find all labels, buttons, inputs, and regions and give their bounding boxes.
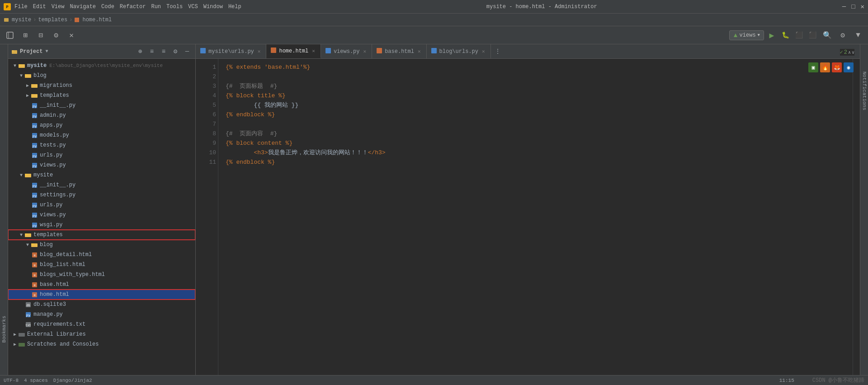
tab-urls-py[interactable]: mysite\urls.py ✕ [196, 44, 266, 58]
html-icon-base: H [31, 281, 38, 288]
tree-item-base-html[interactable]: ▶ H base.html [8, 280, 195, 290]
tree-item-views-mysite[interactable]: py views.py [8, 210, 195, 220]
tree-item-blog-templates[interactable]: ▼ blog [8, 240, 195, 250]
tree-item-scratches[interactable]: ▶ Scratches and Consoles [8, 339, 195, 349]
tree-item-views-blog[interactable]: py views.py [8, 160, 195, 170]
tab-home-html[interactable]: home.html ✕ [266, 44, 321, 58]
menu-file[interactable]: File [14, 4, 28, 10]
project-close-btn[interactable]: ─ [183, 47, 192, 56]
tree-item-blog-detail[interactable]: H blog_detail.html [8, 250, 195, 260]
menu-vcs[interactable]: VCS [188, 4, 198, 10]
corner-icon-1[interactable]: ▣ [808, 62, 818, 72]
tree-item-templates-blog[interactable]: ▶ templates [8, 90, 195, 100]
tree-item-manage-py[interactable]: ▶ py manage.py [8, 309, 195, 319]
tree-item-ext-libs[interactable]: ▶ External Libraries [8, 329, 195, 339]
py-icon-views-mysite: py [31, 211, 38, 219]
tab-base-html[interactable]: base.html ✕ [372, 44, 426, 58]
html-icon-blog-list: H [31, 261, 38, 268]
check-count: 2 [844, 49, 847, 56]
breadcrumb-templates[interactable]: templates [38, 17, 67, 23]
tab-close-base[interactable]: ✕ [417, 48, 422, 55]
svg-marker-6 [734, 33, 737, 37]
editor-corner-icons: ▣ 🔥 🦊 ◉ [808, 62, 854, 72]
menu-bar[interactable]: File Edit View Navigate Code Refactor Ru… [14, 4, 241, 10]
close-button[interactable]: ✕ [861, 3, 864, 10]
toolbar-more-icon[interactable]: ▼ [852, 29, 864, 42]
tree-label-blog-list: blog_list.html [40, 261, 85, 268]
toolbar-search-icon[interactable]: 🔍 [821, 29, 834, 42]
arrow-migrations: ▶ [24, 83, 31, 88]
tree-item-wsgi-mysite[interactable]: py wsgi.py [8, 220, 195, 230]
status-filetype: Django/Jinja2 [53, 378, 92, 383]
project-collapse-btn[interactable]: ≡ [147, 47, 156, 56]
tree-item-models-blog[interactable]: py models.py [8, 130, 195, 140]
tree-label-ext-libs: External Libraries [27, 331, 86, 337]
menu-navigate[interactable]: Navigate [70, 4, 96, 10]
minimize-button[interactable]: ─ [842, 3, 846, 10]
tree-item-blogs-with-type[interactable]: H blogs_with_type.html [8, 270, 195, 280]
corner-icon-4[interactable]: ◉ [844, 62, 854, 72]
menu-run[interactable]: Run [151, 4, 161, 10]
maximize-button[interactable]: □ [851, 3, 855, 10]
profile-button[interactable]: ⬛ [807, 29, 818, 41]
tree-item-urls-mysite[interactable]: py urls.py [8, 200, 195, 210]
tree-item-admin-blog[interactable]: py admin.py [8, 110, 195, 120]
corner-icon-3[interactable]: 🦊 [832, 62, 842, 72]
tree-item-tests-blog[interactable]: py tests.py [8, 140, 195, 150]
tab-close-views[interactable]: ✕ [363, 48, 368, 55]
project-settings-btn[interactable]: ⚙ [171, 47, 180, 56]
tab-close-home[interactable]: ✕ [311, 48, 316, 54]
menu-help[interactable]: Help [228, 4, 241, 10]
menu-edit[interactable]: Edit [33, 4, 46, 10]
tree-item-apps-blog[interactable]: py apps.py [8, 120, 195, 130]
menu-code[interactable]: Code [101, 4, 114, 10]
tabs-more-button[interactable]: ⋮ [491, 44, 505, 58]
coverage-button[interactable]: ⬛ [793, 29, 805, 41]
svg-text:H: H [33, 293, 35, 297]
toolbar-collapse-icon[interactable]: ⊟ [34, 29, 47, 42]
tree-item-mysite-root[interactable]: ▼ mysite E:\about_Django\test\mysite_env… [8, 61, 195, 71]
debug-button[interactable]: 🐛 [779, 29, 791, 41]
breadcrumb-homehtml[interactable]: home.html [74, 17, 112, 23]
tree-item-migrations[interactable]: ▶ migrations [8, 81, 195, 90]
toolbar-project-icon[interactable] [4, 29, 16, 42]
tree-item-init-mysite[interactable]: py __init__.py [8, 180, 195, 190]
tree-item-home-html[interactable]: ▶ H home.html [8, 290, 195, 299]
corner-icon-2[interactable]: 🔥 [820, 62, 830, 72]
tab-close-blog-urls[interactable]: ✕ [481, 48, 486, 55]
check-symbol: ✓ [840, 49, 843, 56]
tree-item-urls-blog[interactable]: py urls.py [8, 150, 195, 160]
project-expand-btn[interactable]: ≡ [159, 47, 168, 56]
project-tree: ▼ mysite E:\about_Django\test\mysite_env… [8, 59, 195, 385]
tab-views-py[interactable]: views.py ✕ [321, 44, 372, 58]
toolbar-settings-icon[interactable]: ⚙ [50, 29, 62, 42]
tab-blog-urls-py[interactable]: blog\urls.py ✕ [427, 44, 491, 58]
run-button[interactable]: ▶ [766, 29, 778, 41]
tree-item-db-sqlite[interactable]: ▶ db db.sqlite3 [8, 299, 195, 309]
tree-item-blog-list[interactable]: H blog_list.html [8, 260, 195, 270]
code-editor[interactable]: {% extends 'base.html'%} {# 页面标题 #} {% b… [218, 59, 853, 385]
menu-window[interactable]: Window [203, 4, 223, 10]
tree-item-templates-root[interactable]: ▼ templates [8, 230, 195, 240]
tree-item-init-blog[interactable]: py __init__.py [8, 100, 195, 110]
menu-tools[interactable]: Tools [166, 4, 183, 10]
tree-item-blog[interactable]: ▼ blog [8, 71, 195, 81]
toolbar-expand-icon[interactable]: ⊞ [19, 29, 32, 42]
tree-item-mysite-inner[interactable]: ▼ mysite [8, 170, 195, 180]
window-controls[interactable]: ─ □ ✕ [842, 3, 864, 10]
menu-view[interactable]: View [52, 4, 65, 10]
toolbar-close-panel-icon[interactable]: ✕ [65, 29, 78, 42]
tree-item-requirements[interactable]: ▶ txt requirements.txt [8, 319, 195, 329]
tree-item-settings-mysite[interactable]: py settings.py [8, 190, 195, 200]
breadcrumb-mysite[interactable]: mysite [4, 17, 31, 23]
code-line-8: {# 页面内容 #} [226, 129, 845, 138]
tab-close-urls[interactable]: ✕ [257, 48, 262, 55]
toolbar-config-icon[interactable]: ⚙ [836, 29, 849, 42]
project-dropdown-icon[interactable]: ▼ [45, 49, 48, 54]
icon-scratches [18, 341, 25, 348]
menu-refactor[interactable]: Refactor [120, 4, 146, 10]
line-num-7: 7 [199, 119, 216, 129]
code-token: 我是鲁正烨，欢迎访问我的网站！！！ [268, 148, 368, 157]
project-locate-btn[interactable]: ⊕ [136, 47, 145, 56]
views-dropdown[interactable]: views ▼ [729, 30, 764, 40]
